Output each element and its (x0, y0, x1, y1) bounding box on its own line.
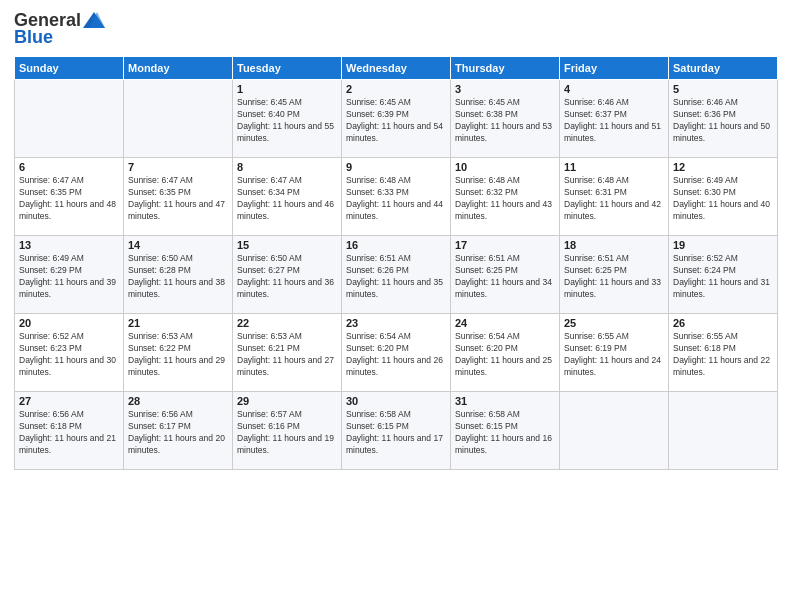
calendar-cell (124, 80, 233, 158)
day-info: Sunrise: 6:46 AMSunset: 6:36 PMDaylight:… (673, 97, 770, 143)
day-number: 22 (237, 317, 337, 329)
calendar-cell: 27 Sunrise: 6:56 AMSunset: 6:18 PMDaylig… (15, 392, 124, 470)
calendar-cell: 16 Sunrise: 6:51 AMSunset: 6:26 PMDaylig… (342, 236, 451, 314)
day-number: 14 (128, 239, 228, 251)
calendar-cell: 30 Sunrise: 6:58 AMSunset: 6:15 PMDaylig… (342, 392, 451, 470)
day-number: 5 (673, 83, 773, 95)
day-info: Sunrise: 6:52 AMSunset: 6:23 PMDaylight:… (19, 331, 116, 377)
day-info: Sunrise: 6:47 AMSunset: 6:34 PMDaylight:… (237, 175, 334, 221)
day-number: 30 (346, 395, 446, 407)
calendar-cell: 19 Sunrise: 6:52 AMSunset: 6:24 PMDaylig… (669, 236, 778, 314)
day-number: 11 (564, 161, 664, 173)
day-info: Sunrise: 6:51 AMSunset: 6:26 PMDaylight:… (346, 253, 443, 299)
day-info: Sunrise: 6:46 AMSunset: 6:37 PMDaylight:… (564, 97, 661, 143)
weekday-header: Wednesday (342, 57, 451, 80)
calendar-cell: 5 Sunrise: 6:46 AMSunset: 6:36 PMDayligh… (669, 80, 778, 158)
calendar-cell: 22 Sunrise: 6:53 AMSunset: 6:21 PMDaylig… (233, 314, 342, 392)
day-number: 7 (128, 161, 228, 173)
calendar-cell: 28 Sunrise: 6:56 AMSunset: 6:17 PMDaylig… (124, 392, 233, 470)
day-info: Sunrise: 6:54 AMSunset: 6:20 PMDaylight:… (455, 331, 552, 377)
day-number: 17 (455, 239, 555, 251)
calendar-cell: 25 Sunrise: 6:55 AMSunset: 6:19 PMDaylig… (560, 314, 669, 392)
day-info: Sunrise: 6:56 AMSunset: 6:17 PMDaylight:… (128, 409, 225, 455)
day-info: Sunrise: 6:53 AMSunset: 6:21 PMDaylight:… (237, 331, 334, 377)
weekday-header: Monday (124, 57, 233, 80)
day-info: Sunrise: 6:55 AMSunset: 6:19 PMDaylight:… (564, 331, 661, 377)
day-info: Sunrise: 6:48 AMSunset: 6:31 PMDaylight:… (564, 175, 661, 221)
calendar-cell: 9 Sunrise: 6:48 AMSunset: 6:33 PMDayligh… (342, 158, 451, 236)
logo-icon (83, 10, 105, 30)
calendar-cell (669, 392, 778, 470)
day-info: Sunrise: 6:49 AMSunset: 6:29 PMDaylight:… (19, 253, 116, 299)
day-number: 10 (455, 161, 555, 173)
calendar-cell: 1 Sunrise: 6:45 AMSunset: 6:40 PMDayligh… (233, 80, 342, 158)
calendar-cell: 10 Sunrise: 6:48 AMSunset: 6:32 PMDaylig… (451, 158, 560, 236)
calendar-cell: 21 Sunrise: 6:53 AMSunset: 6:22 PMDaylig… (124, 314, 233, 392)
day-info: Sunrise: 6:48 AMSunset: 6:32 PMDaylight:… (455, 175, 552, 221)
day-number: 20 (19, 317, 119, 329)
calendar-cell: 24 Sunrise: 6:54 AMSunset: 6:20 PMDaylig… (451, 314, 560, 392)
day-number: 19 (673, 239, 773, 251)
weekday-header: Saturday (669, 57, 778, 80)
day-info: Sunrise: 6:50 AMSunset: 6:28 PMDaylight:… (128, 253, 225, 299)
logo-text-blue: Blue (14, 27, 53, 48)
calendar-cell: 11 Sunrise: 6:48 AMSunset: 6:31 PMDaylig… (560, 158, 669, 236)
day-info: Sunrise: 6:53 AMSunset: 6:22 PMDaylight:… (128, 331, 225, 377)
day-info: Sunrise: 6:45 AMSunset: 6:39 PMDaylight:… (346, 97, 443, 143)
calendar-cell: 15 Sunrise: 6:50 AMSunset: 6:27 PMDaylig… (233, 236, 342, 314)
calendar-cell: 4 Sunrise: 6:46 AMSunset: 6:37 PMDayligh… (560, 80, 669, 158)
calendar-cell: 2 Sunrise: 6:45 AMSunset: 6:39 PMDayligh… (342, 80, 451, 158)
page: General Blue SundayMondayTuesdayWednesda… (0, 0, 792, 612)
day-number: 16 (346, 239, 446, 251)
day-info: Sunrise: 6:47 AMSunset: 6:35 PMDaylight:… (19, 175, 116, 221)
calendar-cell: 23 Sunrise: 6:54 AMSunset: 6:20 PMDaylig… (342, 314, 451, 392)
calendar-cell: 8 Sunrise: 6:47 AMSunset: 6:34 PMDayligh… (233, 158, 342, 236)
weekday-header: Thursday (451, 57, 560, 80)
calendar-cell: 26 Sunrise: 6:55 AMSunset: 6:18 PMDaylig… (669, 314, 778, 392)
logo: General Blue (14, 10, 105, 48)
calendar-cell: 3 Sunrise: 6:45 AMSunset: 6:38 PMDayligh… (451, 80, 560, 158)
day-number: 21 (128, 317, 228, 329)
day-number: 6 (19, 161, 119, 173)
day-number: 2 (346, 83, 446, 95)
day-info: Sunrise: 6:58 AMSunset: 6:15 PMDaylight:… (455, 409, 552, 455)
calendar-cell: 29 Sunrise: 6:57 AMSunset: 6:16 PMDaylig… (233, 392, 342, 470)
calendar-cell: 31 Sunrise: 6:58 AMSunset: 6:15 PMDaylig… (451, 392, 560, 470)
day-number: 1 (237, 83, 337, 95)
calendar-cell: 20 Sunrise: 6:52 AMSunset: 6:23 PMDaylig… (15, 314, 124, 392)
day-number: 12 (673, 161, 773, 173)
day-number: 23 (346, 317, 446, 329)
day-info: Sunrise: 6:48 AMSunset: 6:33 PMDaylight:… (346, 175, 443, 221)
day-number: 13 (19, 239, 119, 251)
day-info: Sunrise: 6:47 AMSunset: 6:35 PMDaylight:… (128, 175, 225, 221)
day-info: Sunrise: 6:54 AMSunset: 6:20 PMDaylight:… (346, 331, 443, 377)
day-info: Sunrise: 6:50 AMSunset: 6:27 PMDaylight:… (237, 253, 334, 299)
day-info: Sunrise: 6:45 AMSunset: 6:38 PMDaylight:… (455, 97, 552, 143)
day-info: Sunrise: 6:58 AMSunset: 6:15 PMDaylight:… (346, 409, 443, 455)
day-number: 15 (237, 239, 337, 251)
calendar-cell: 6 Sunrise: 6:47 AMSunset: 6:35 PMDayligh… (15, 158, 124, 236)
day-number: 24 (455, 317, 555, 329)
day-info: Sunrise: 6:55 AMSunset: 6:18 PMDaylight:… (673, 331, 770, 377)
day-number: 29 (237, 395, 337, 407)
day-info: Sunrise: 6:57 AMSunset: 6:16 PMDaylight:… (237, 409, 334, 455)
day-number: 25 (564, 317, 664, 329)
header: General Blue (14, 10, 778, 48)
calendar-cell: 17 Sunrise: 6:51 AMSunset: 6:25 PMDaylig… (451, 236, 560, 314)
day-number: 27 (19, 395, 119, 407)
weekday-header: Friday (560, 57, 669, 80)
day-number: 3 (455, 83, 555, 95)
day-info: Sunrise: 6:56 AMSunset: 6:18 PMDaylight:… (19, 409, 116, 455)
day-number: 18 (564, 239, 664, 251)
calendar-cell (15, 80, 124, 158)
calendar-cell: 14 Sunrise: 6:50 AMSunset: 6:28 PMDaylig… (124, 236, 233, 314)
day-number: 4 (564, 83, 664, 95)
weekday-header: Tuesday (233, 57, 342, 80)
calendar-cell: 7 Sunrise: 6:47 AMSunset: 6:35 PMDayligh… (124, 158, 233, 236)
day-number: 28 (128, 395, 228, 407)
day-info: Sunrise: 6:51 AMSunset: 6:25 PMDaylight:… (564, 253, 661, 299)
calendar-cell: 18 Sunrise: 6:51 AMSunset: 6:25 PMDaylig… (560, 236, 669, 314)
day-number: 8 (237, 161, 337, 173)
day-info: Sunrise: 6:49 AMSunset: 6:30 PMDaylight:… (673, 175, 770, 221)
calendar-cell: 13 Sunrise: 6:49 AMSunset: 6:29 PMDaylig… (15, 236, 124, 314)
